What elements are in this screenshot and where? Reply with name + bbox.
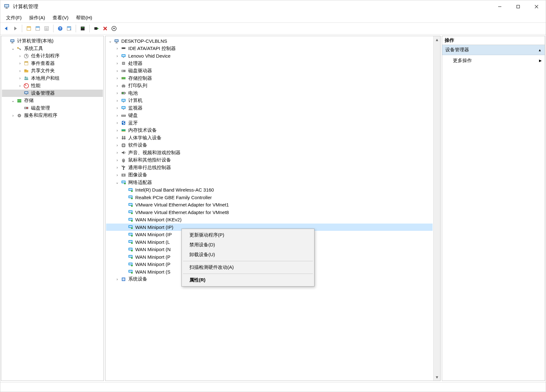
- actions-subheader[interactable]: 设备管理器 ▲: [442, 45, 545, 55]
- back-button[interactable]: [2, 24, 10, 33]
- uninstall-button[interactable]: [101, 24, 109, 33]
- device-item[interactable]: ›WAN Miniport (IKEv2): [106, 216, 433, 224]
- svg-point-94: [124, 136, 125, 137]
- scan-hardware-button[interactable]: [92, 24, 100, 33]
- mmc-item[interactable]: ⌄系统工具: [2, 45, 103, 53]
- help-button[interactable]: ?: [56, 24, 64, 33]
- mmc-item[interactable]: ›事件查看器: [2, 60, 103, 67]
- mmc-item[interactable]: ›磁盘管理: [2, 104, 103, 112]
- device-item[interactable]: ›Realtek PCIe GBE Family Controller: [106, 194, 433, 201]
- device-category[interactable]: ›蓝牙: [106, 119, 433, 127]
- device-category[interactable]: › 内存技术设备: [106, 127, 433, 134]
- svg-rect-1: [5, 5, 9, 7]
- device-root[interactable]: ⌄DESKTOP-CVLBLNS: [106, 37, 433, 45]
- device-category[interactable]: ⌄网络适配器: [106, 179, 433, 187]
- close-button[interactable]: [527, 0, 546, 13]
- device-category[interactable]: › 存储控制器: [106, 75, 433, 82]
- mmc-item[interactable]: ›共享文件夹: [2, 67, 103, 75]
- menu-file[interactable]: 文件(F): [2, 14, 25, 22]
- device-item[interactable]: ›VMware Virtual Ethernet Adapter for VMn…: [106, 209, 433, 216]
- console-button[interactable]: [79, 24, 87, 33]
- mmc-item[interactable]: ›性能: [2, 82, 103, 90]
- mmc-item[interactable]: ›服务和应用程序: [2, 112, 103, 119]
- device-item[interactable]: ›VMware Virtual Ethernet Adapter for VMn…: [106, 201, 433, 209]
- menu-help[interactable]: 帮助(H): [72, 14, 96, 22]
- device-category[interactable]: ›电池: [106, 90, 433, 97]
- device-category[interactable]: ›键盘: [106, 112, 433, 119]
- menu-view[interactable]: 查看(V): [49, 14, 72, 22]
- disclosure-icon[interactable]: ›: [114, 69, 120, 73]
- device-category[interactable]: ›软件设备: [106, 142, 433, 149]
- device-category[interactable]: ›处理器: [106, 60, 433, 67]
- disclosure-icon[interactable]: ›: [114, 61, 120, 66]
- device-category[interactable]: ›磁盘驱动器: [106, 67, 433, 75]
- menu-action[interactable]: 操作(A): [25, 14, 49, 22]
- context-menu-item[interactable]: 更新驱动程序(P): [182, 230, 314, 240]
- disclosure-icon[interactable]: ›: [17, 54, 23, 58]
- device-category[interactable]: ›通用串行总线控制器: [106, 164, 433, 172]
- minimize-button[interactable]: [491, 0, 509, 13]
- disclosure-icon[interactable]: ›: [114, 150, 120, 155]
- disclosure-icon[interactable]: ›: [17, 69, 23, 73]
- context-menu-item[interactable]: 属性(R): [182, 275, 314, 285]
- context-menu[interactable]: 更新驱动程序(P)禁用设备(D)卸载设备(U)扫描检测硬件改动(A)属性(R): [181, 229, 314, 287]
- disclosure-icon[interactable]: ›: [114, 128, 120, 133]
- disclosure-icon[interactable]: ›: [114, 165, 120, 170]
- device-category[interactable]: ›IDE ATA/ATAPI 控制器: [106, 45, 433, 53]
- disclosure-icon[interactable]: ⌄: [10, 46, 16, 51]
- disclosure-icon[interactable]: ›: [114, 91, 120, 95]
- disclosure-icon[interactable]: ›: [114, 54, 120, 58]
- scroll-up-button[interactable]: ▴: [434, 37, 440, 42]
- disclosure-icon[interactable]: ›: [17, 84, 23, 88]
- disclosure-icon[interactable]: ›: [114, 173, 120, 177]
- mmc-item[interactable]: ›任务计划程序: [2, 52, 103, 60]
- disclosure-icon[interactable]: ›: [114, 84, 120, 88]
- disclosure-icon[interactable]: ⌄: [114, 180, 120, 185]
- svg-point-56: [19, 115, 20, 117]
- context-menu-item[interactable]: 禁用设备(D): [182, 240, 314, 250]
- disclosure-icon[interactable]: ›: [114, 106, 120, 110]
- device-category[interactable]: ›鼠标和其他指针设备: [106, 156, 433, 164]
- mmc-tree[interactable]: ›计算机管理(本地)⌄系统工具›任务计划程序›事件查看器›共享文件夹›本地用户和…: [1, 36, 104, 381]
- disclosure-icon[interactable]: ›: [114, 46, 120, 51]
- disclosure-icon[interactable]: ⌄: [10, 98, 16, 103]
- show-hide-tree-button[interactable]: [25, 24, 33, 33]
- disclosure-icon[interactable]: ›: [17, 76, 23, 80]
- device-category[interactable]: ›人体学输入设备: [106, 134, 433, 142]
- context-menu-item[interactable]: 卸载设备(U): [182, 250, 314, 260]
- device-category[interactable]: ›打印队列: [106, 82, 433, 90]
- mmc-item[interactable]: ⌄存储: [2, 97, 103, 104]
- device-category[interactable]: ›Lenovo Vhid Device: [106, 52, 433, 60]
- export-list-button[interactable]: [42, 24, 51, 33]
- disclosure-icon[interactable]: ›: [114, 76, 120, 80]
- disclosure-icon[interactable]: ›: [114, 136, 120, 140]
- forward-button[interactable]: [11, 24, 19, 33]
- device-options-button[interactable]: [110, 24, 118, 33]
- mmc-item[interactable]: ›设备管理器: [2, 90, 103, 97]
- more-actions-item[interactable]: 更多操作 ▶: [442, 55, 545, 66]
- maximize-button[interactable]: [509, 0, 527, 13]
- properties-button[interactable]: [34, 24, 42, 33]
- device-category[interactable]: ›计算机: [106, 97, 433, 104]
- device-item[interactable]: ›Intel(R) Dual Band Wireless-AC 3160: [106, 186, 433, 194]
- device-category[interactable]: ›声音、视频和游戏控制器: [106, 149, 433, 157]
- disclosure-icon[interactable]: ›: [114, 277, 120, 281]
- mmc-root[interactable]: ›计算机管理(本地): [2, 37, 103, 45]
- mmc-item[interactable]: ›本地用户和组: [2, 75, 103, 82]
- disclosure-icon[interactable]: ›: [114, 121, 120, 125]
- disclosure-icon[interactable]: ›: [10, 113, 16, 118]
- svg-point-129: [131, 227, 133, 229]
- device-category[interactable]: ›图像设备: [106, 171, 433, 179]
- help-topics-button[interactable]: [65, 24, 73, 33]
- vertical-scrollbar[interactable]: ▴ ▾: [433, 36, 440, 381]
- disclosure-icon[interactable]: ›: [114, 113, 120, 118]
- context-menu-item[interactable]: 扫描检测硬件改动(A): [182, 262, 314, 272]
- disclosure-icon[interactable]: ⌄: [107, 39, 113, 43]
- disclosure-icon[interactable]: ›: [114, 98, 120, 103]
- device-tree[interactable]: ⌄DESKTOP-CVLBLNS›IDE ATA/ATAPI 控制器›Lenov…: [105, 36, 433, 381]
- disclosure-icon[interactable]: ›: [114, 143, 120, 148]
- disclosure-icon[interactable]: ›: [17, 61, 23, 66]
- device-category[interactable]: ›监视器: [106, 104, 433, 112]
- disclosure-icon[interactable]: ›: [114, 158, 120, 162]
- scroll-down-button[interactable]: ▾: [434, 374, 440, 380]
